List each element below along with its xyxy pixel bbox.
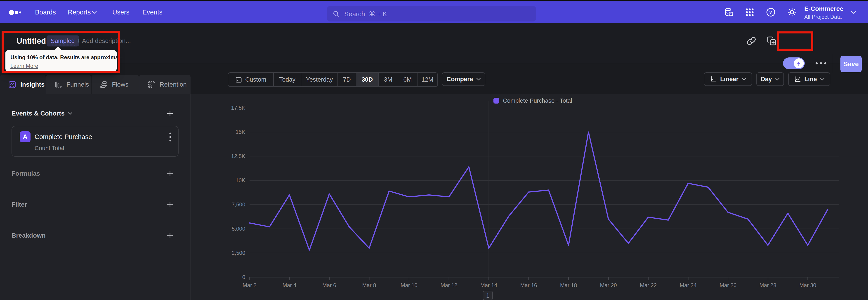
calendar-icon (235, 76, 242, 83)
more-menu-icon[interactable] (815, 62, 827, 65)
flows-icon (100, 81, 108, 89)
range-button-yesterday[interactable]: Yesterday (301, 73, 338, 86)
nav-item-events[interactable]: Events (143, 8, 162, 16)
range-button-7d[interactable]: 7D (338, 73, 356, 86)
mixpanel-logo-icon[interactable] (9, 10, 23, 15)
header-divider (833, 54, 833, 73)
sampling-toggle[interactable] (783, 57, 805, 69)
funnels-icon (54, 81, 62, 89)
add-formula-button[interactable] (166, 170, 174, 177)
range-button-today[interactable]: Today (273, 73, 301, 86)
chevron-down-icon (476, 78, 481, 81)
x-axis-label: Mar 12 (431, 282, 467, 289)
report-header-bar: Untitled Sampled + Add description... (0, 23, 868, 63)
search-box[interactable] (327, 6, 536, 22)
chevron-down-icon (742, 78, 746, 81)
x-axis-label: Mar 16 (510, 282, 547, 289)
x-axis-label: Mar 22 (630, 282, 666, 289)
interval-dropdown[interactable]: Day (756, 72, 784, 86)
legend-label[interactable]: Complete Purchase - Total (503, 97, 572, 104)
settings-gear-icon[interactable] (787, 7, 797, 17)
search-input[interactable] (344, 6, 526, 22)
help-icon[interactable]: ? (766, 7, 776, 17)
x-axis-label: Mar 18 (550, 282, 587, 289)
compare-button[interactable]: Compare (442, 72, 485, 86)
breakdown-label: Breakdown (11, 232, 46, 239)
tab-label: Funnels (66, 81, 89, 88)
event-card[interactable]: A Complete Purchase Count Total (11, 126, 179, 157)
mixpanel-insights-app: Boards Reports Users Events (0, 0, 868, 300)
lightning-bolt-icon (796, 60, 802, 66)
event-name[interactable]: Complete Purchase (35, 133, 92, 141)
range-label: 7D (343, 76, 351, 83)
retention-icon (147, 81, 156, 89)
range-button-custom[interactable]: Custom (228, 73, 273, 86)
event-menu-icon[interactable] (169, 132, 171, 142)
tab-funnels[interactable]: Funnels (46, 75, 91, 94)
range-button-12m[interactable]: 12M (417, 73, 437, 86)
toggle-knob (794, 58, 804, 68)
x-axis-label: Mar 14 (471, 282, 507, 289)
project-chevron-icon[interactable] (850, 11, 856, 14)
chevron-down-icon (92, 11, 97, 14)
project-subtitle: All Project Data (804, 14, 842, 20)
range-button-6m[interactable]: 6M (398, 73, 417, 86)
project-name[interactable]: E-Commerce (804, 5, 843, 12)
top-nav: Boards Reports Users Events (0, 0, 868, 23)
tab-insights[interactable]: Insights (0, 75, 46, 94)
save-button[interactable]: Save (840, 56, 862, 72)
y-axis-label: 12.5K (214, 153, 245, 159)
tab-label: Flows (112, 81, 128, 88)
nav-item-reports[interactable]: Reports (68, 8, 91, 16)
tab-label: Retention (160, 81, 187, 88)
x-axis-label: Mar 24 (670, 282, 706, 289)
chevron-down-icon (820, 78, 825, 81)
nav-item-boards[interactable]: Boards (35, 8, 56, 16)
copy-report-icon[interactable] (767, 36, 776, 46)
event-metric[interactable]: Count Total (35, 145, 64, 152)
query-builder-panel: Events & Cohorts A Complete Purchase Cou… (0, 94, 191, 300)
chart-type-dropdown[interactable]: Line (788, 72, 830, 86)
add-description[interactable]: + Add description... (77, 37, 131, 44)
tab-flows[interactable]: Flows (92, 75, 139, 94)
tab-label: Insights (20, 81, 44, 88)
x-axis-label: Mar 4 (271, 282, 307, 289)
range-button-3m[interactable]: 3M (378, 73, 398, 86)
svg-text:?: ? (769, 9, 772, 15)
date-range-toolbar: CustomTodayYesterday7D30D3M6M12M (228, 72, 438, 87)
range-label: Today (279, 76, 296, 83)
tooltip-caret (54, 46, 62, 51)
x-axis-label: Mar 2 (231, 282, 268, 289)
filter-label: Filter (11, 201, 27, 208)
add-breakdown-button[interactable] (166, 232, 174, 239)
section-chevron-icon (68, 112, 72, 115)
copy-link-icon[interactable] (747, 36, 756, 46)
scale-label: Linear (720, 76, 739, 83)
range-button-30d[interactable]: 30D (356, 73, 378, 86)
search-icon (333, 10, 340, 18)
sampled-badge[interactable]: Sampled (46, 35, 79, 47)
events-cohorts-heading[interactable]: Events & Cohorts (11, 110, 72, 117)
linear-axis-icon (710, 76, 717, 83)
add-filter-button[interactable] (166, 201, 174, 208)
y-axis-label: 7,500 (214, 202, 245, 208)
interval-label: Day (761, 76, 772, 83)
x-axis-label: Mar 10 (391, 282, 427, 289)
tooltip-text: Using 10% of data. Results are approxima… (10, 54, 125, 61)
add-event-button[interactable] (166, 110, 174, 117)
chart-type-label: Line (804, 76, 817, 83)
range-label: 12M (422, 76, 434, 83)
learn-more-link[interactable]: Learn More (10, 63, 38, 69)
range-label: Custom (245, 76, 266, 83)
nav-item-users[interactable]: Users (112, 8, 129, 16)
report-title[interactable]: Untitled (17, 36, 46, 46)
y-axis-label: 15K (214, 129, 245, 135)
x-axis-label: Mar 26 (710, 282, 746, 289)
apps-grid-icon[interactable] (745, 7, 755, 17)
sampling-tooltip: Using 10% of data. Results are approxima… (5, 50, 117, 71)
data-management-icon[interactable] (724, 7, 734, 17)
tab-retention[interactable]: Retention (139, 75, 191, 94)
scale-dropdown[interactable]: Linear (704, 72, 752, 86)
chart-panel (191, 94, 868, 300)
pagination-page-1[interactable]: 1 (483, 291, 493, 300)
